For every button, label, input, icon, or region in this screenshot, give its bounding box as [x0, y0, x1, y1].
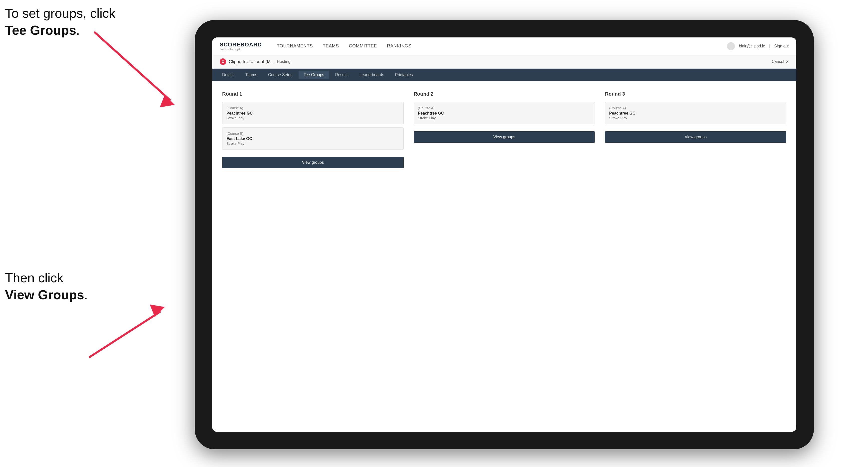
round-2-column: Round 2 (Course A) Peachtree GC Stroke P…	[414, 91, 595, 168]
tablet-frame: SCOREBOARD Powered by clippit TOURNAMENT…	[195, 20, 814, 449]
nav-tournaments[interactable]: TOURNAMENTS	[277, 43, 313, 49]
tournament-badge: C	[220, 58, 226, 65]
round-1-course-b-label: (Course B)	[226, 131, 399, 135]
round-3-column: Round 3 (Course A) Peachtree GC Stroke P…	[605, 91, 786, 168]
logo-area: SCOREBOARD Powered by clippit	[220, 41, 262, 51]
instruction-top-line1: To set groups, click	[5, 6, 115, 21]
round-1-title: Round 1	[222, 91, 404, 97]
round-2-title: Round 2	[414, 91, 595, 97]
round-2-course-a: (Course A) Peachtree GC Stroke Play	[414, 102, 595, 124]
nav-committee[interactable]: COMMITTEE	[349, 43, 377, 49]
round-1-view-groups-button[interactable]: View groups	[222, 157, 404, 168]
nav-right: blair@clippd.io | Sign out	[727, 42, 789, 50]
round-3-course-a-label: (Course A)	[609, 106, 782, 110]
cancel-button[interactable]: Cancel ✕	[772, 59, 789, 64]
tab-results[interactable]: Results	[330, 71, 353, 79]
tournament-name: Clippd Invitational (M...	[229, 59, 274, 64]
logo-text: SCOREBOARD	[220, 41, 262, 48]
round-1-course-b-name: East Lake GC	[226, 136, 399, 141]
arrow-bottom	[75, 297, 170, 367]
svg-line-2	[90, 312, 160, 357]
cancel-icon: ✕	[786, 59, 789, 64]
sign-out-link[interactable]: Sign out	[774, 44, 789, 49]
nav-separator: |	[769, 44, 770, 49]
user-avatar	[727, 42, 735, 50]
round-1-course-a-name: Peachtree GC	[226, 111, 399, 116]
round-2-view-groups-button[interactable]: View groups	[414, 131, 595, 143]
tournament-bar: C Clippd Invitational (M... Hosting Canc…	[212, 55, 796, 69]
tab-tee-groups[interactable]: Tee Groups	[299, 71, 329, 79]
instruction-top-bold: Tee Groups	[5, 23, 76, 37]
round-3-course-a-format: Stroke Play	[609, 116, 782, 120]
round-1-course-a-format: Stroke Play	[226, 116, 399, 120]
instruction-bottom-bold: View Groups	[5, 287, 84, 302]
svg-line-0	[95, 32, 170, 100]
nav-bar: SCOREBOARD Powered by clippit TOURNAMENT…	[212, 37, 796, 55]
tournament-status: Hosting	[277, 59, 290, 64]
tab-leaderboards[interactable]: Leaderboards	[354, 71, 389, 79]
round-1-column: Round 1 (Course A) Peachtree GC Stroke P…	[222, 91, 404, 168]
tablet-screen: SCOREBOARD Powered by clippit TOURNAMENT…	[212, 37, 796, 432]
user-email: blair@clippd.io	[739, 44, 765, 49]
svg-marker-3	[150, 305, 165, 317]
round-3-view-groups-button[interactable]: View groups	[605, 131, 786, 143]
cancel-label: Cancel	[772, 59, 784, 64]
round-2-course-a-name: Peachtree GC	[418, 111, 591, 116]
logo-sub: Powered by clippit	[220, 48, 262, 51]
round-2-course-a-format: Stroke Play	[418, 116, 591, 120]
rounds-container: Round 1 (Course A) Peachtree GC Stroke P…	[222, 91, 786, 168]
main-content: Round 1 (Course A) Peachtree GC Stroke P…	[212, 81, 796, 432]
tab-details[interactable]: Details	[217, 71, 239, 79]
tab-bar: Details Teams Course Setup Tee Groups Re…	[212, 69, 796, 81]
round-1-course-a-label: (Course A)	[226, 106, 399, 110]
round-3-course-a-name: Peachtree GC	[609, 111, 782, 116]
nav-links: TOURNAMENTS TEAMS COMMITTEE RANKINGS	[277, 43, 717, 49]
tab-printables[interactable]: Printables	[390, 71, 418, 79]
nav-teams[interactable]: TEAMS	[323, 43, 339, 49]
round-1-course-b: (Course B) East Lake GC Stroke Play	[222, 127, 404, 150]
round-3-course-a: (Course A) Peachtree GC Stroke Play	[605, 102, 786, 124]
round-2-course-a-label: (Course A)	[418, 106, 591, 110]
nav-rankings[interactable]: RANKINGS	[387, 43, 411, 49]
tournament-name-area: C Clippd Invitational (M... Hosting	[220, 58, 290, 65]
round-1-course-b-format: Stroke Play	[226, 142, 399, 146]
tab-teams[interactable]: Teams	[240, 71, 262, 79]
tab-course-setup[interactable]: Course Setup	[263, 71, 298, 79]
arrow-top	[75, 23, 187, 117]
round-1-course-a: (Course A) Peachtree GC Stroke Play	[222, 102, 404, 124]
instruction-bottom-line1: Then click	[5, 271, 63, 285]
round-3-title: Round 3	[605, 91, 786, 97]
